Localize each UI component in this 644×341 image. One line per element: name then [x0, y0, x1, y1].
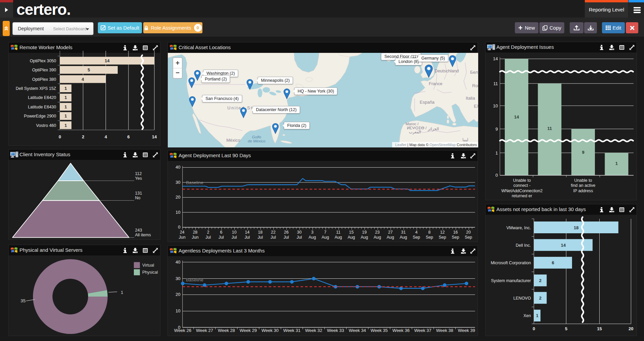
svg-text:1: 1 [65, 104, 67, 109]
svg-text:Sep: Sep [439, 235, 446, 240]
svg-text:1: 1 [121, 290, 123, 295]
svg-text:Jul: Jul [231, 235, 237, 240]
svg-text:1: 1 [65, 123, 67, 128]
svg-text:20: 20 [466, 230, 471, 235]
svg-text:10: 10 [176, 308, 180, 313]
svg-text:Week 32: Week 32 [305, 328, 322, 333]
svg-text:Week 37: Week 37 [414, 328, 431, 333]
svg-text:Baseline: Baseline [186, 277, 203, 282]
svg-text:16: 16 [453, 230, 458, 235]
svg-text:Yes: Yes [135, 176, 142, 181]
svg-text:IP address: IP address [573, 189, 593, 193]
svg-text:14: 14 [514, 114, 519, 120]
svg-text:14: 14 [245, 230, 250, 235]
svg-text:14: 14 [105, 58, 110, 63]
svg-text:Jun: Jun [179, 235, 186, 240]
svg-text:Week 31: Week 31 [283, 328, 300, 333]
svg-text:1: 1 [65, 86, 67, 91]
svg-text:Xen: Xen [523, 313, 531, 318]
svg-text:Week 29: Week 29 [240, 328, 257, 333]
svg-text:0: 0 [495, 173, 498, 178]
svg-text:Aug: Aug [361, 235, 368, 240]
svg-text:12: 12 [440, 230, 445, 235]
svg-text:15: 15 [597, 326, 602, 331]
svg-text:Jul: Jul [283, 235, 289, 240]
svg-text:find an active: find an active [571, 183, 595, 188]
svg-text:22: 22 [271, 230, 276, 235]
svg-text:Week 38: Week 38 [436, 328, 453, 333]
svg-text:Sep: Sep [452, 235, 459, 240]
svg-text:6: 6 [127, 134, 129, 139]
svg-text:Dell Inc.: Dell Inc. [516, 243, 531, 248]
svg-text:Sep: Sep [413, 235, 420, 240]
svg-text:Unable to: Unable to [574, 178, 592, 183]
svg-text:30: 30 [297, 230, 302, 235]
svg-text:40: 40 [176, 165, 180, 170]
svg-text:4: 4 [105, 134, 107, 139]
svg-text:9: 9 [495, 127, 498, 132]
svg-text:VMware, Inc.: VMware, Inc. [506, 226, 531, 230]
svg-text:Week 34: Week 34 [349, 328, 366, 333]
svg-text:14: 14 [561, 243, 566, 248]
svg-text:131: 131 [135, 191, 142, 196]
svg-text:Week 27: Week 27 [196, 328, 213, 333]
svg-text:connect -: connect - [514, 183, 531, 188]
svg-text:0: 0 [178, 225, 180, 230]
svg-text:Baseline: Baseline [186, 180, 203, 185]
svg-text:20: 20 [176, 195, 180, 200]
svg-text:Sep: Sep [426, 235, 433, 240]
svg-text:Aug: Aug [321, 235, 329, 240]
svg-text:Week 35: Week 35 [371, 328, 388, 333]
svg-text:6: 6 [220, 230, 222, 235]
svg-text:0: 0 [533, 326, 535, 331]
svg-text:20: 20 [176, 292, 180, 297]
svg-text:8: 8 [428, 230, 430, 235]
svg-text:35: 35 [21, 298, 26, 303]
svg-text:2: 2 [207, 230, 210, 235]
svg-text:243: 243 [135, 228, 142, 233]
svg-text:Aug: Aug [309, 235, 316, 240]
svg-text:Aug: Aug [387, 235, 394, 240]
svg-text:1: 1 [65, 95, 67, 100]
svg-text:10: 10 [232, 230, 237, 235]
svg-text:Microsoft Corporation: Microsoft Corporation [491, 261, 531, 265]
svg-text:Virtual: Virtual [142, 263, 154, 268]
svg-text:0: 0 [59, 134, 61, 139]
svg-text:5: 5 [565, 326, 567, 331]
svg-text:Jul: Jul [244, 235, 250, 240]
svg-text:19: 19 [362, 230, 367, 235]
svg-text:OptiPlex 390: OptiPlex 390 [32, 68, 56, 72]
svg-text:returned er: returned er [512, 194, 532, 198]
svg-text:Physical: Physical [142, 270, 158, 275]
svg-text:Jul: Jul [271, 235, 276, 240]
svg-text:14: 14 [493, 56, 498, 61]
svg-text:28: 28 [193, 230, 197, 235]
svg-text:Aug: Aug [374, 235, 381, 240]
svg-text:Jul: Jul [297, 235, 302, 240]
svg-text:LENOVO: LENOVO [514, 296, 531, 301]
svg-text:PowerEdge 2900: PowerEdge 2900 [24, 114, 56, 118]
svg-text:Week 26: Week 26 [174, 328, 191, 333]
svg-text:2: 2 [82, 134, 84, 139]
svg-text:23: 23 [375, 230, 380, 235]
svg-text:40: 40 [176, 260, 180, 265]
svg-text:Unable to: Unable to [513, 178, 531, 183]
svg-text:Latitude E6420: Latitude E6420 [28, 95, 56, 100]
svg-text:6: 6 [552, 260, 554, 265]
svg-text:31: 31 [401, 230, 406, 235]
svg-text:1: 1 [536, 313, 538, 318]
svg-text:Latitude E6430: Latitude E6430 [28, 105, 56, 109]
svg-text:1: 1 [615, 161, 618, 166]
svg-text:112: 112 [135, 171, 142, 176]
svg-text:Week 33: Week 33 [327, 328, 344, 333]
svg-text:18: 18 [258, 230, 263, 235]
svg-text:5: 5 [87, 67, 90, 72]
svg-text:11: 11 [336, 230, 341, 235]
svg-text:1: 1 [495, 150, 498, 156]
svg-text:Week 39: Week 39 [458, 328, 475, 333]
svg-text:Sep: Sep [465, 235, 472, 240]
svg-text:Week 28: Week 28 [218, 328, 235, 333]
svg-text:Aug: Aug [335, 235, 342, 240]
svg-text:15: 15 [349, 230, 354, 235]
svg-text:Jul: Jul [205, 235, 211, 240]
